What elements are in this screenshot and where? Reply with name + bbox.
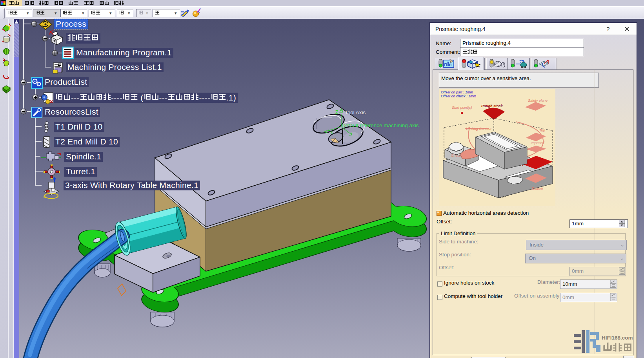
svg-text:HIFI168.com: HIFI168.com <box>602 335 633 341</box>
svg-text:Rough stock: Rough stock <box>481 104 503 108</box>
svg-text:Safety plane: Safety plane <box>528 99 548 102</box>
svg-text:Start point(s): Start point(s) <box>452 106 472 110</box>
svg-text:Default reference machining ax: Default reference machining axis <box>342 122 419 128</box>
svg-text:Imposed: Imposed <box>531 141 545 145</box>
svg-text:Offset on check : 1mm: Offset on check : 1mm <box>441 94 477 98</box>
svg-text:Offset on part : 1mm: Offset on part : 1mm <box>441 90 473 94</box>
svg-text:x: x <box>331 130 333 135</box>
svg-text:Check: Check <box>451 153 461 157</box>
svg-text:Limiting Contour: Limiting Contour <box>466 127 492 131</box>
svg-text:Z: Z <box>335 110 338 115</box>
svg-text:Bottom: Bottom <box>532 186 543 190</box>
svg-text:Tool Axis: Tool Axis <box>345 110 366 115</box>
svg-text:Top: Top <box>539 128 545 132</box>
